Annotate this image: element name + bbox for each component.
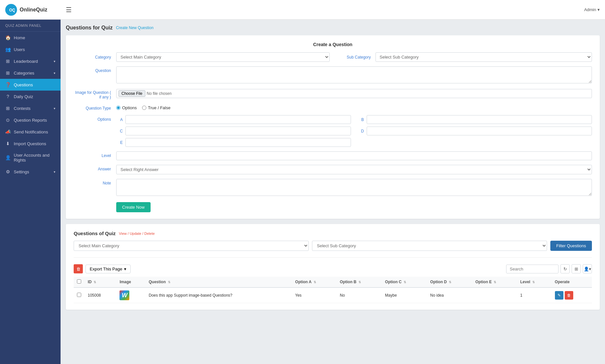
col-operate: Operate xyxy=(552,277,592,287)
sidebar-label-notifications: Send Notifications xyxy=(14,130,48,134)
sidebar-label-leaderboard: Leaderboard xyxy=(14,59,38,64)
option-b-row: B xyxy=(358,115,592,124)
bulk-delete-button[interactable]: 🗑 xyxy=(74,264,83,273)
sidebar-label-categories: Categories xyxy=(14,71,34,76)
filter-sub-category[interactable]: Select Sub Category xyxy=(312,241,547,251)
sidebar-item-user-accounts[interactable]: 👤 User Accounts and Rights xyxy=(0,149,61,166)
edit-button[interactable]: ✎ xyxy=(555,291,563,300)
filter-section-title: Questions of Quiz xyxy=(74,231,116,236)
answer-select[interactable]: Select Right Answer xyxy=(116,165,592,174)
create-now-button[interactable]: Create Now xyxy=(116,202,151,212)
sidebar-item-categories[interactable]: ⊞ Categories ▾ xyxy=(0,67,61,79)
question-type-radio-group: Options True / False xyxy=(116,104,592,110)
contests-icon: ⊞ xyxy=(5,106,10,111)
view-update-delete-link[interactable]: View / Update / Delete xyxy=(119,232,155,235)
level-input[interactable] xyxy=(116,151,592,160)
sidebar-header: Quiz Admin Panel xyxy=(0,20,61,32)
sub-category-select[interactable]: Select Sub Category xyxy=(376,52,592,62)
true-false-radio[interactable]: True / False xyxy=(142,105,171,110)
page-title: Questions for Quiz xyxy=(66,25,113,31)
import-icon: ⬇ xyxy=(5,141,10,146)
daily-quiz-icon: ? xyxy=(5,94,10,99)
col-option-a: Option A ⇅ xyxy=(292,277,337,287)
hamburger-icon[interactable]: ☰ xyxy=(66,6,72,14)
sidebar-item-daily-quiz[interactable]: ? Daily Quiz xyxy=(0,91,61,102)
questions-table: ID ⇅ Image Question ⇅ Option A ⇅ Option … xyxy=(74,277,592,303)
sidebar-item-import[interactable]: ⬇ Import Questions xyxy=(0,138,61,149)
sidebar-item-questions[interactable]: ❓ Questions xyxy=(0,79,61,91)
sidebar-label-settings: Settings xyxy=(14,169,29,174)
cell-option-a: Yes xyxy=(292,287,337,303)
grid-view-icon[interactable]: ⊞ xyxy=(572,264,581,273)
questions-icon: ❓ xyxy=(5,82,10,87)
sidebar-item-leaderboard[interactable]: ⊞ Leaderboard ▾ xyxy=(0,55,61,67)
option-c-input[interactable] xyxy=(125,127,351,135)
file-input-wrapper: Choose File No file chosen xyxy=(116,89,592,98)
sidebar-item-home[interactable]: 🏠 Home xyxy=(0,32,61,43)
sidebar-item-contests[interactable]: ⊞ Contests ▾ xyxy=(0,102,61,114)
category-label: Category xyxy=(74,55,116,60)
category-select[interactable]: Select Main Category xyxy=(116,52,330,62)
select-all-checkbox[interactable] xyxy=(77,279,81,284)
create-section-title: Create a Question xyxy=(74,42,592,47)
admin-menu[interactable]: Admin ▾ xyxy=(584,7,600,12)
option-b-label: B xyxy=(358,117,364,122)
col-question: Question ⇅ xyxy=(145,277,292,287)
question-input[interactable] xyxy=(116,66,592,83)
delete-button[interactable]: 🗑 xyxy=(565,291,573,300)
option-e-label: E xyxy=(116,140,123,145)
sidebar-item-users[interactable]: 👥 Users xyxy=(0,43,61,55)
row-checkbox[interactable] xyxy=(77,293,81,297)
create-btn-row: Create Now xyxy=(74,202,592,212)
answer-label: Answer xyxy=(74,165,116,171)
sidebar-label-home: Home xyxy=(14,35,25,40)
option-b-input[interactable] xyxy=(367,115,592,124)
filter-main-category[interactable]: Select Main Category xyxy=(74,241,309,251)
option-c-label: C xyxy=(116,129,123,133)
cell-option-b: No xyxy=(337,287,382,303)
search-input[interactable] xyxy=(506,265,559,273)
svg-text:OQ: OQ xyxy=(9,8,15,12)
choose-file-button[interactable]: Choose File xyxy=(119,90,145,97)
cell-option-d: No idea xyxy=(427,287,472,303)
export-chevron-icon: ▾ xyxy=(124,267,126,271)
level-row: Level xyxy=(74,151,592,160)
option-c-row: C xyxy=(116,127,351,135)
cell-question: Does this app Support image-based Questi… xyxy=(145,287,292,303)
sidebar-item-notifications[interactable]: 📣 Send Notifications xyxy=(0,126,61,138)
question-type-label: Question Type xyxy=(74,104,116,111)
option-d-input[interactable] xyxy=(367,127,592,135)
filter-questions-button[interactable]: Filter Questions xyxy=(550,241,592,251)
option-e-input[interactable] xyxy=(125,138,351,147)
option-a-input[interactable] xyxy=(125,115,351,124)
level-label: Level xyxy=(74,151,116,158)
create-new-question-link[interactable]: Create New Question xyxy=(116,26,154,30)
sidebar-item-question-reports[interactable]: ⊙ Question Reports xyxy=(0,114,61,126)
cell-option-c: Maybe xyxy=(382,287,427,303)
export-button[interactable]: Export This Page ▾ xyxy=(85,265,131,273)
options-radio[interactable]: Options xyxy=(116,105,137,110)
leaderboard-icon: ⊞ xyxy=(5,59,10,64)
sidebar-label-contests: Contests xyxy=(14,106,30,111)
option-d-row: D xyxy=(358,127,592,135)
refresh-icon[interactable]: ↻ xyxy=(560,264,570,273)
sub-category-label: Sub Category xyxy=(336,55,376,60)
sidebar-label-import: Import Questions xyxy=(14,141,46,146)
users-icon: 👥 xyxy=(5,47,10,52)
col-image: Image xyxy=(116,277,145,287)
filter-row: Select Main Category Select Sub Category… xyxy=(74,241,592,251)
note-input[interactable] xyxy=(116,179,592,196)
option-d-label: D xyxy=(358,129,364,133)
chevron-icon-settings: ▾ xyxy=(54,170,55,174)
note-label: Note xyxy=(74,179,116,185)
note-row: Note xyxy=(74,179,592,197)
user-settings-icon[interactable]: 👤▾ xyxy=(583,264,592,273)
chevron-down-icon: ▾ xyxy=(597,7,600,12)
sidebar-label-user-accounts: User Accounts and Rights xyxy=(14,153,55,163)
sidebar: Quiz Admin Panel 🏠 Home 👥 Users ⊞ Leader… xyxy=(0,20,61,364)
sidebar-item-settings[interactable]: ⚙ Settings ▾ xyxy=(0,166,61,178)
chevron-icon-cat: ▾ xyxy=(54,71,55,75)
col-option-b: Option B ⇅ xyxy=(337,277,382,287)
table-row: 105008 W Does this app Support image-bas… xyxy=(74,287,592,303)
col-level: Level ⇅ xyxy=(517,277,552,287)
